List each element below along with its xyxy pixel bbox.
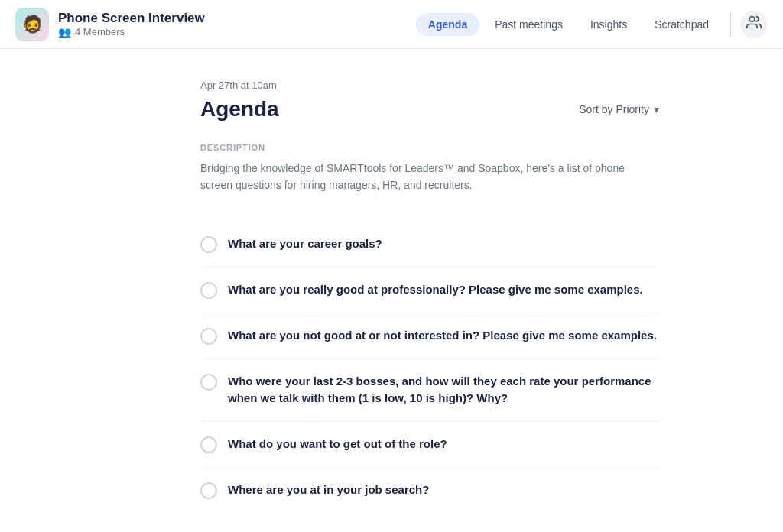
item-radio[interactable] <box>200 482 217 499</box>
header-left: 🧔 Phone Screen Interview 👥 4 Members <box>15 8 416 41</box>
app-icon: 🧔 <box>15 8 49 41</box>
description-section: DESCRIPTION Bridging the knowledge of SM… <box>200 143 659 194</box>
description-label: DESCRIPTION <box>200 143 659 152</box>
item-radio[interactable] <box>200 328 217 345</box>
item-radio[interactable] <box>200 436 217 453</box>
meeting-title: Phone Screen Interview <box>58 11 205 26</box>
agenda-items-list: What are your career goals?What are you … <box>200 222 659 513</box>
agenda-item[interactable]: What do you want to get out of the role? <box>200 422 659 468</box>
members-count: 4 Members <box>75 26 125 37</box>
sort-by-priority-button[interactable]: Sort by Priority ▾ <box>579 103 659 115</box>
members-row: 👥 4 Members <box>58 26 205 38</box>
item-text: Where are you at in your job search? <box>228 482 429 499</box>
item-radio[interactable] <box>200 236 217 253</box>
sort-label: Sort by Priority <box>579 103 649 115</box>
header-title-group: Phone Screen Interview 👥 4 Members <box>58 11 205 38</box>
person-icon <box>746 15 762 34</box>
agenda-item[interactable]: What are you really good at professional… <box>200 268 659 313</box>
description-text: Bridging the knowledge of SMARTtools for… <box>200 160 659 194</box>
add-members-button[interactable] <box>740 11 768 38</box>
chevron-down-icon: ▾ <box>654 103 659 115</box>
item-radio[interactable] <box>200 282 217 299</box>
app-emoji: 🧔 <box>22 15 43 34</box>
agenda-item[interactable]: Where are you at in your job search? <box>200 468 659 513</box>
agenda-header: Agenda Sort by Priority ▾ <box>200 97 659 122</box>
item-text: What do you want to get out of the role? <box>228 436 447 453</box>
item-radio[interactable] <box>200 374 217 391</box>
item-text: What are you really good at professional… <box>228 281 643 299</box>
agenda-title: Agenda <box>200 97 279 122</box>
agenda-item[interactable]: What are your career goals? <box>200 222 659 268</box>
agenda-item[interactable]: Who were your last 2-3 bosses, and how w… <box>200 359 659 422</box>
main-content: Apr 27th at 10am Agenda Sort by Priority… <box>93 49 690 532</box>
svg-point-0 <box>749 17 755 22</box>
members-icon: 👥 <box>58 26 71 38</box>
tab-agenda[interactable]: Agenda <box>416 13 479 36</box>
nav-tabs: Agenda Past meetings Insights Scratchpad <box>416 13 721 36</box>
header-divider <box>730 12 731 37</box>
item-text: What are you not good at or not interest… <box>228 327 657 345</box>
item-text: Who were your last 2-3 bosses, and how w… <box>228 373 659 407</box>
header: 🧔 Phone Screen Interview 👥 4 Members Age… <box>0 0 783 49</box>
tab-insights[interactable]: Insights <box>578 13 639 36</box>
agenda-item[interactable]: What are you not good at or not interest… <box>200 313 659 359</box>
tab-scratchpad[interactable]: Scratchpad <box>642 13 721 36</box>
date-label: Apr 27th at 10am <box>200 79 659 91</box>
tab-past-meetings[interactable]: Past meetings <box>482 13 575 36</box>
item-text: What are your career goals? <box>228 235 382 253</box>
